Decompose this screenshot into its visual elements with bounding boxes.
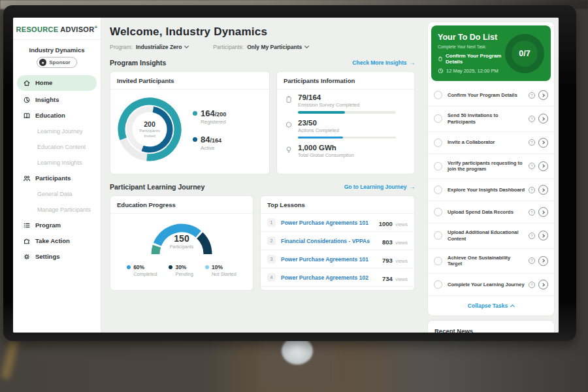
chevron-right-button[interactable] — [538, 256, 548, 266]
progress-bar — [298, 111, 396, 114]
sidebar-item-insights[interactable]: Insights — [13, 92, 101, 108]
check-more-insights-link[interactable]: Check More Insights → — [352, 59, 415, 66]
participants-dropdown[interactable]: Participants: Only My Participants — [213, 44, 308, 50]
legend-label: Pending — [175, 271, 193, 277]
lesson-link[interactable]: Power Purchase Agreements 101 — [281, 256, 382, 263]
sidebar-item-program[interactable]: Program — [13, 218, 101, 233]
task-checkbox[interactable] — [434, 208, 442, 216]
task-checkbox[interactable] — [434, 162, 442, 171]
sidebar: RESOURCE ADVISOR+ Industry Dynamics ● Sp… — [13, 18, 101, 333]
views-word: views — [395, 276, 408, 282]
task-label: Invite a Collaborator — [448, 139, 526, 146]
sidebar-item-label: Take Action — [35, 237, 70, 244]
sidebar-item-label: Insights — [35, 96, 59, 103]
sidebar-item-education[interactable]: Education — [13, 108, 101, 123]
sidebar-item-home[interactable]: Home — [17, 75, 97, 91]
chevron-right-button[interactable] — [538, 207, 548, 217]
sidebar-item-label: Home — [35, 79, 52, 86]
page-title: Welcome, Industry Dynamics — [110, 25, 415, 39]
views-word: views — [395, 240, 408, 246]
legend-value: 164 — [201, 108, 215, 118]
views-count: 803 — [382, 238, 393, 246]
info-icon[interactable]: ? — [529, 116, 535, 122]
invited-participants-card: Invited Participants 200 Participants In… — [110, 71, 270, 174]
task-checkbox[interactable] — [434, 91, 442, 99]
stat-value: 1,000 GWh — [298, 144, 354, 152]
sidebar-item-take-action[interactable]: Take Action — [13, 233, 101, 249]
legend-label: Not Started — [212, 271, 237, 277]
task-checkbox[interactable] — [434, 257, 442, 265]
sidebar-item-learning-insights[interactable]: Learning Insights — [13, 155, 101, 171]
lesson-link[interactable]: Power Purchase Agreements 102 — [281, 274, 382, 281]
info-icon[interactable]: ? — [529, 209, 535, 216]
sidebar-item-learning-journey[interactable]: Learning Journey — [13, 123, 101, 139]
info-icon[interactable]: ? — [529, 139, 535, 146]
legend-dot-teal — [193, 111, 197, 116]
todo-next-task: Confirm Your Program Details — [446, 53, 505, 65]
sidebar-item-label: Manage Participants — [37, 206, 91, 213]
task-row: Achieve One Sustainability Target ? — [428, 249, 554, 274]
info-icon[interactable]: ? — [529, 233, 535, 239]
chevron-right-button[interactable] — [538, 90, 548, 100]
sidebar-item-participants[interactable]: Participants — [13, 171, 101, 186]
main-content: Welcome, Industry Dynamics Program: Indu… — [101, 18, 423, 333]
task-checkbox[interactable] — [434, 231, 442, 240]
sidebar-item-education-content[interactable]: Education Content — [13, 139, 101, 155]
chevron-right-button[interactable] — [538, 161, 548, 171]
sidebar-nav: Home Insights Education Learning Journey… — [13, 75, 101, 265]
sidebar-item-manage-participants[interactable]: Manage Participants — [13, 202, 101, 218]
logo-advisor: ADVISOR — [60, 25, 94, 33]
lesson-link[interactable]: Power Purchase Agreements 101 — [281, 220, 379, 226]
sponsor-badge: ● Sponsor — [37, 57, 76, 68]
info-icon[interactable]: ? — [529, 257, 535, 264]
legend-dot-navy — [169, 265, 172, 269]
legend-item-not-started: 10% Not Started — [205, 264, 237, 277]
sponsor-icon: ● — [39, 59, 46, 66]
program-dropdown[interactable]: Program: Industrialize Zero — [110, 44, 188, 50]
puzzle-icon — [23, 237, 31, 245]
legend-total: /200 — [215, 111, 227, 118]
sidebar-item-general-data[interactable]: General Data — [13, 186, 101, 202]
info-icon[interactable]: ? — [529, 92, 535, 99]
go-to-learning-journey-link[interactable]: Go to Learning Journey → — [344, 184, 415, 190]
task-row: Upload Additional Educational Content ? — [428, 223, 554, 249]
gear-icon — [23, 253, 31, 261]
chevron-right-button[interactable] — [538, 185, 548, 195]
chevron-right-button[interactable] — [538, 114, 548, 123]
background-object — [1, 339, 19, 380]
task-label: Confirm Your Program Details — [448, 92, 526, 99]
task-checkbox[interactable] — [434, 186, 442, 194]
clipboard-icon — [438, 56, 443, 62]
hexagon-icon — [285, 121, 293, 129]
legend-item-active: 84 /164 Active — [193, 135, 226, 151]
sidebar-item-label: Learning Journey — [37, 128, 83, 135]
task-checkbox[interactable] — [434, 280, 442, 289]
link-label: Check More Insights — [352, 59, 406, 66]
info-icon[interactable]: ? — [529, 187, 535, 193]
legend-pct: 10% — [212, 264, 223, 270]
lesson-row: 2 Financial Considerations - VPPAs 803 v… — [261, 232, 414, 250]
education-gauge-chart: 150 Participants — [141, 218, 222, 262]
chevron-right-button[interactable] — [538, 280, 548, 289]
card-title: Invited Participants — [110, 72, 269, 90]
task-checkbox[interactable] — [434, 139, 442, 147]
legend-value: 84 — [201, 135, 210, 144]
sidebar-item-settings[interactable]: Settings — [13, 249, 101, 265]
collapse-tasks-link[interactable]: Collapse Tasks — [428, 296, 554, 316]
task-label: Achieve One Sustainability Target — [448, 255, 526, 268]
task-checkbox[interactable] — [434, 114, 442, 123]
lesson-link[interactable]: Financial Considerations - VPPAs — [281, 238, 382, 244]
task-label: Explore Your Insights Dashboard — [448, 187, 526, 193]
invited-donut-chart: 200 Participants Invited — [114, 94, 185, 165]
legend-pct: 30% — [175, 264, 186, 270]
todo-subtitle: Complete Your Next Task: — [438, 44, 505, 49]
chevron-right-button[interactable] — [538, 138, 548, 148]
donut-center-value: 200 — [144, 120, 155, 128]
legend-label: Active — [201, 145, 226, 151]
info-icon[interactable]: ? — [529, 163, 535, 169]
people-icon — [23, 174, 31, 182]
sidebar-item-label: Participants — [35, 174, 71, 182]
chevron-right-button[interactable] — [538, 231, 548, 240]
sidebar-item-label: Settings — [35, 253, 59, 260]
info-icon[interactable]: ? — [529, 282, 535, 288]
